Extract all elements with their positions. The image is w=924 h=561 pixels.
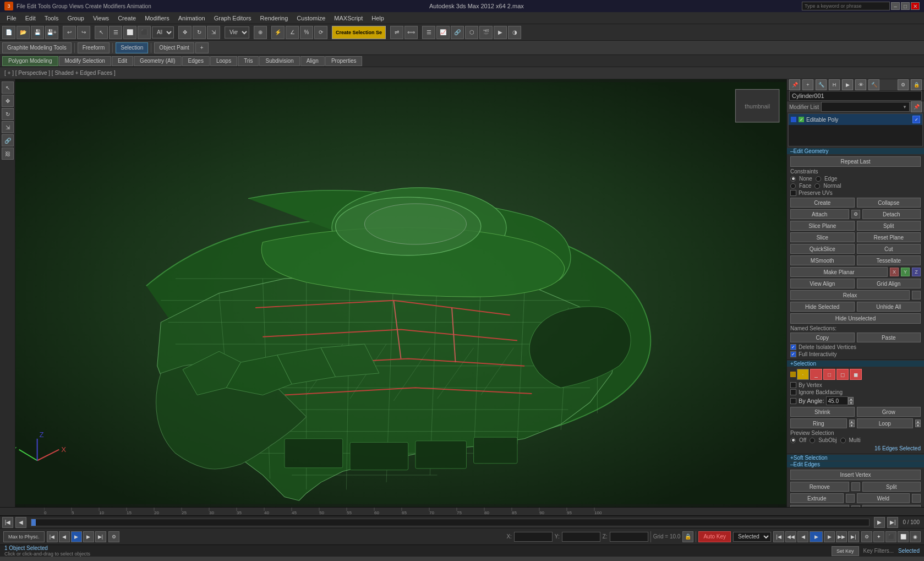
weld-button[interactable]: Weld [857, 493, 910, 503]
slice-plane-button[interactable]: Slice Plane [790, 221, 855, 231]
tab-align[interactable]: Align [300, 56, 325, 66]
radio-normal[interactable] [814, 183, 820, 189]
material-editor-button[interactable]: ⬡ [465, 26, 478, 39]
object-name-input[interactable] [789, 91, 922, 101]
remove-settings[interactable] [851, 482, 860, 491]
play-skip-end[interactable]: ▶| [95, 531, 106, 542]
msmooth-button[interactable]: MSmooth [790, 255, 855, 265]
menu-group[interactable]: Group [63, 14, 89, 23]
key5[interactable]: ◉ [910, 531, 921, 542]
mirror-button[interactable]: ⇌ [390, 26, 403, 39]
hide-selected-button[interactable]: Hide Selected [790, 302, 855, 312]
grid-align-button[interactable]: Grid Align [857, 279, 921, 288]
max-to-physc-button[interactable]: Max to Physc. [3, 531, 45, 542]
key3[interactable]: ⬛ [885, 531, 896, 542]
rp-lock[interactable]: 🔒 [911, 79, 922, 90]
radio-edge[interactable] [816, 176, 821, 182]
snap-toggle-button[interactable]: ⚡ [271, 26, 285, 39]
editable-poly-modifier[interactable]: ✓ Editable Poly ✓ [789, 114, 922, 125]
schematic-view-button[interactable]: 🔗 [451, 26, 464, 39]
menu-modifiers[interactable]: Modifiers [140, 14, 174, 23]
minimize-button[interactable]: – [891, 2, 900, 10]
loop-down[interactable]: ▼ [915, 423, 921, 427]
timeline-slider[interactable] [31, 519, 870, 526]
create-selection-button[interactable]: Create Selection Se [332, 26, 386, 39]
curve-editor-button[interactable]: 📈 [436, 26, 450, 39]
tab-edit[interactable]: Edit [112, 56, 133, 66]
tab-loops[interactable]: Loops [210, 56, 237, 66]
y-button[interactable]: Y [901, 268, 910, 276]
tab-modify-selection[interactable]: Modify Selection [59, 56, 111, 66]
by-vertex-checkbox[interactable] [790, 382, 796, 388]
scale-button[interactable]: ⇲ [207, 26, 220, 39]
z-button[interactable]: Z [912, 268, 921, 276]
loop-up[interactable]: ▲ [915, 420, 921, 423]
search-input[interactable] [802, 2, 890, 10]
rp-icon-motion[interactable]: ▶ [842, 79, 853, 90]
preserve-uvs-checkbox[interactable] [790, 190, 796, 196]
more-button[interactable]: + [195, 42, 209, 53]
play-skip-start[interactable]: |◀ [47, 531, 58, 542]
use-pivot-button[interactable]: ⊕ [254, 26, 267, 39]
rp-icon-utilities[interactable]: 🔨 [868, 79, 879, 90]
relax-settings[interactable] [912, 291, 921, 299]
rotate-button[interactable]: ↻ [193, 26, 206, 39]
active-shade-button[interactable]: ◑ [508, 26, 521, 39]
rp-icon-settings[interactable]: ⚙ [898, 79, 909, 90]
by-angle-checkbox[interactable] [790, 398, 796, 404]
model-view[interactable]: X Y Z thumbnail [15, 79, 786, 507]
left-link[interactable]: 🔗 [2, 134, 14, 146]
close-button[interactable]: ✕ [911, 2, 920, 10]
make-planar-button[interactable]: Make Planar [790, 267, 888, 277]
x-coord-input[interactable] [514, 532, 553, 542]
full-interactivity-checkbox[interactable]: ✓ [790, 351, 796, 357]
quickslice-button[interactable]: QuickSlice [790, 244, 855, 254]
remove-button[interactable]: Remove [790, 482, 849, 492]
viewport[interactable]: Total Polys: 644 Verts: 676 FPS: 108.014 [15, 79, 786, 507]
tab-properties[interactable]: Properties [325, 56, 363, 66]
object-paint-button[interactable]: Object Paint [154, 42, 194, 53]
attach-button[interactable]: Attach [790, 209, 849, 219]
modifier-pin-button[interactable]: 📌 [911, 101, 922, 112]
angle-snap-button[interactable]: ∠ [286, 26, 299, 39]
loop-button[interactable]: Loop [857, 418, 914, 428]
x-button[interactable]: X [890, 268, 899, 276]
ignore-backfacing-checkbox[interactable] [790, 389, 796, 395]
cut-button[interactable]: Cut [857, 244, 921, 254]
timeline-prev-frame[interactable]: ◀ [15, 517, 26, 528]
slice-button[interactable]: Slice [790, 232, 855, 242]
sel-icon-border[interactable]: □ [823, 369, 835, 380]
set-key-button[interactable]: Set Key [832, 546, 859, 556]
ring-button[interactable]: Ring [790, 418, 847, 428]
collapse-button[interactable]: Collapse [857, 198, 921, 208]
window-crossing-button[interactable]: ⬛ [138, 26, 151, 39]
shrink-button[interactable]: Shrink [790, 407, 855, 417]
menu-tools[interactable]: Tools [40, 14, 63, 23]
key2[interactable]: ✦ [873, 531, 884, 542]
menu-views[interactable]: Views [89, 14, 113, 23]
freeform-button[interactable]: Freeform [78, 42, 110, 53]
by-angle-up[interactable]: ▲ [848, 397, 854, 401]
play-fwd[interactable]: ▶ [71, 531, 82, 542]
mod-check[interactable]: ✓ [799, 117, 804, 122]
weld-settings[interactable] [912, 494, 921, 503]
align-button[interactable]: ⟺ [404, 26, 418, 39]
hide-unselected-button[interactable]: Hide Unselected [790, 313, 921, 324]
extrude-button[interactable]: Extrude [790, 493, 844, 503]
rp-icon-pin[interactable]: 📌 [789, 79, 800, 90]
soft-selection-section[interactable]: + Soft Selection [787, 454, 924, 461]
lock-button[interactable]: 🔒 [682, 531, 693, 542]
reference-coord-dropdown[interactable]: View [225, 26, 249, 39]
create-button[interactable]: Create [790, 198, 855, 208]
by-angle-input[interactable] [826, 396, 848, 405]
move-button[interactable]: ✥ [178, 26, 192, 39]
ring-up[interactable]: ▲ [849, 420, 855, 423]
rp-icon-hierarchy[interactable]: H [829, 79, 840, 90]
play-prev[interactable]: ◀ [59, 531, 70, 542]
timeline-next-frame[interactable]: ▶ [874, 517, 885, 528]
unhide-all-button[interactable]: Unhide All [857, 302, 921, 312]
maximize-button[interactable]: □ [901, 2, 910, 10]
render-setup-button[interactable]: 🎬 [479, 26, 493, 39]
redo-button[interactable]: ↪ [77, 26, 90, 39]
menu-graph-editors[interactable]: Graph Editors [210, 14, 256, 23]
